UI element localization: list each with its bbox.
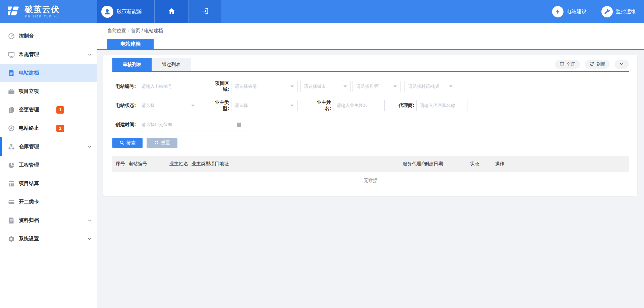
- brand-logo-area: 破茧云伏 Po Jian Yun Fu: [0, 0, 97, 23]
- breadcrumb-prefix: 当前位置：: [107, 28, 131, 33]
- agent-input[interactable]: [416, 100, 468, 111]
- sidebar-item-engineering-mgmt[interactable]: 工程管理: [0, 156, 97, 174]
- company-name: 破茧新能源: [117, 8, 142, 15]
- document-icon: [7, 69, 15, 77]
- sidebar-item-console[interactable]: 控制台: [0, 27, 97, 45]
- select-arrow-icon: [191, 105, 195, 107]
- topbar: 破茧云伏 Po Jian Yun Fu 破茧新能源: [0, 0, 644, 23]
- select-arrow-icon: [290, 105, 294, 107]
- app-window: 破茧云伏 Po Jian Yun Fu 破茧新能源: [0, 0, 644, 308]
- page-tab-station-filing[interactable]: 电站建档: [107, 39, 154, 49]
- col-header-status: 状态: [467, 156, 492, 172]
- select-arrow-icon: [393, 85, 397, 87]
- station-no-input[interactable]: [138, 81, 198, 92]
- content-card: 审核列表 通过列表 全屏: [103, 55, 637, 196]
- chevron-down-icon: [87, 144, 92, 149]
- breadcrumb-current: 电站建档: [144, 28, 163, 33]
- fullscreen-button[interactable]: 全屏: [555, 60, 580, 69]
- sitemap-icon: [7, 143, 15, 151]
- quick-link-monitor-ops[interactable]: 监控运维: [601, 6, 636, 17]
- gauge-icon: [7, 32, 15, 40]
- col-header-service-agent: 服务代理商: [399, 156, 421, 172]
- col-header-actions: 操作: [492, 156, 629, 172]
- empty-state-text: 无数据: [112, 172, 629, 189]
- sidebar-item-general-mgmt[interactable]: 常规管理: [0, 45, 97, 64]
- filter-form: 电站编号: 项目区域: 请选择省份 请选择城市 请选择县/区 请选择村镇/街道: [112, 80, 629, 148]
- topbar-right: 电站建设 监控运维: [221, 0, 644, 23]
- col-header-owner-type: 业主类型: [188, 156, 207, 172]
- topbar-user-button[interactable]: 破茧新能源: [97, 0, 154, 23]
- table-header-row: 序号 电站编号 业主姓名 业主类型 项目地址 服务代理商 创建日期 状态 操作: [112, 156, 629, 172]
- province-select[interactable]: 请选择省份: [231, 81, 298, 92]
- breadcrumb-separator: /: [142, 28, 143, 33]
- sidebar-item-warehouse-mgmt[interactable]: 仓库管理: [0, 137, 97, 156]
- breadcrumb: 当前位置：首页 / 电站建档: [107, 28, 163, 34]
- sidebar-item-project-settlement[interactable]: 项目结算: [0, 174, 97, 193]
- filter-actions: 搜索 重置: [112, 138, 629, 148]
- select-arrow-icon: [290, 85, 294, 87]
- owner-type-label: 业主类型:: [209, 100, 229, 112]
- filter-row-1: 电站编号: 项目区域: 请选择省份 请选择城市 请选择县/区 请选择村镇/街道: [112, 80, 629, 92]
- briefcase-icon: [7, 87, 15, 96]
- calculator-icon: [7, 180, 15, 188]
- date-range-picker[interactable]: [138, 119, 245, 130]
- region-label: 项目区域:: [209, 80, 229, 93]
- logout-button[interactable]: [189, 0, 221, 23]
- reset-button[interactable]: 重置: [147, 138, 177, 148]
- sign-in-icon: [201, 7, 209, 16]
- col-header-create-date: 创建日期: [421, 156, 467, 172]
- chevron-down-icon: [87, 218, 92, 223]
- refresh-button[interactable]: 刷新: [585, 60, 610, 69]
- search-button[interactable]: 搜索: [112, 138, 143, 148]
- county-select[interactable]: 请选择县/区: [353, 81, 400, 92]
- owner-type-select[interactable]: 请选择: [231, 100, 298, 111]
- sidebar-item-type2-card[interactable]: 开二类卡: [0, 193, 97, 211]
- main-area: 当前位置：首页 / 电站建档 电站建档 审核列表 通过列表: [97, 23, 644, 308]
- date-range-input[interactable]: [138, 119, 245, 130]
- owner-name-input[interactable]: [333, 100, 385, 111]
- sidebar-scrollbar-thumb[interactable]: [0, 137, 2, 156]
- station-status-select[interactable]: 请选择: [138, 100, 198, 111]
- results-table: 序号 电站编号 业主姓名 业主类型 项目地址 服务代理商 创建日期 状态 操作: [112, 156, 629, 172]
- collapse-button[interactable]: [614, 60, 629, 69]
- search-icon: [119, 140, 124, 146]
- quick-link-label: 监控运维: [616, 8, 636, 15]
- sidebar-item-station-termination[interactable]: 电站终止 1: [0, 119, 97, 137]
- pie-chart-icon: [7, 161, 15, 169]
- chevron-down-icon: [619, 61, 624, 67]
- brand-text: 破茧云伏 Po Jian Yun Fu: [25, 5, 60, 18]
- reset-icon: [154, 140, 159, 146]
- quick-link-label: 电站建设: [567, 8, 587, 15]
- select-arrow-icon: [343, 85, 347, 87]
- station-status-label: 电站状态:: [112, 103, 136, 109]
- refresh-icon: [589, 61, 594, 67]
- home-icon: [168, 7, 176, 16]
- sidebar-item-project-initiation[interactable]: 项目立项: [0, 82, 97, 101]
- breadcrumb-home-link[interactable]: 首页: [131, 28, 140, 33]
- select-arrow-icon: [449, 85, 452, 87]
- chevron-down-icon: [87, 52, 92, 57]
- brand-logo-icon: [6, 4, 21, 20]
- sidebar-item-change-mgmt[interactable]: 变更管理 1: [0, 101, 97, 119]
- tab-passed-list[interactable]: 通过列表: [152, 58, 191, 71]
- panel-tabs: 审核列表 通过列表 全屏: [112, 58, 629, 72]
- sidebar-item-data-archive[interactable]: 资料归档: [0, 211, 97, 230]
- home-button[interactable]: [154, 0, 189, 23]
- town-select[interactable]: 请选择村镇/街道: [405, 81, 456, 92]
- lightning-icon: [552, 6, 564, 17]
- filter-row-2: 电站状态: 请选择 业主类型: 请选择 业主姓名: 代理商:: [112, 100, 629, 111]
- owner-name-label: 业主姓名:: [312, 100, 331, 112]
- panel-tools: 全屏 刷新: [555, 60, 629, 69]
- quick-link-station-build[interactable]: 电站建设: [552, 6, 587, 17]
- tab-review-list[interactable]: 审核列表: [112, 58, 152, 71]
- col-header-owner-name: 业主姓名: [166, 156, 188, 172]
- city-select[interactable]: 请选择城市: [300, 81, 351, 92]
- wrench-icon: [601, 6, 613, 17]
- brand-subtitle: Po Jian Yun Fu: [25, 14, 60, 18]
- brand-name: 破茧云伏: [25, 5, 60, 14]
- sidebar-item-system-settings[interactable]: 系统设置: [0, 230, 97, 248]
- notification-badge: 1: [56, 106, 64, 114]
- sidebar-item-station-filing[interactable]: 电站建档: [0, 64, 97, 82]
- tab-underline: [97, 49, 644, 50]
- notification-badge: 1: [56, 125, 64, 132]
